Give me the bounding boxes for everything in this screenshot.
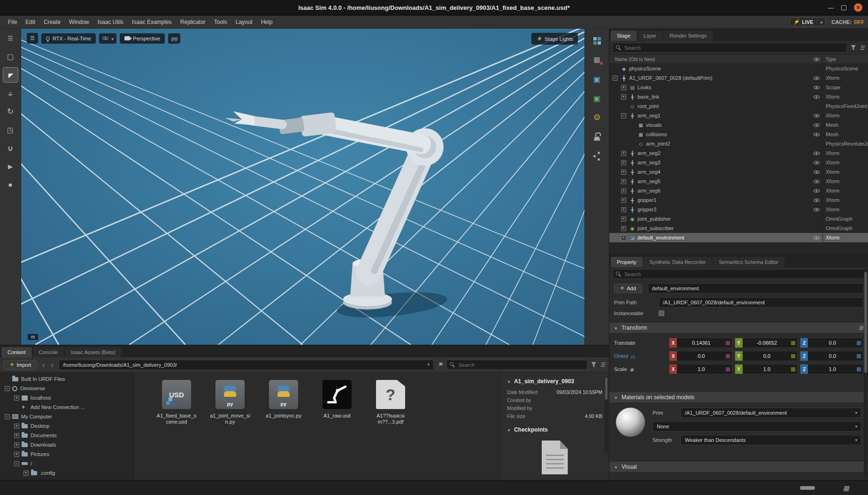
physics-settings-button[interactable] [591,111,603,124]
stage-lights-dropdown[interactable]: Stage Lights [531,33,578,45]
visibility-toggle[interactable] [810,66,822,71]
tab[interactable]: Stage [611,31,637,41]
file-item[interactable]: A1_raw.usd [317,380,357,419]
stage-tree-row[interactable]: collisions Mesh [609,130,868,139]
x-value-field[interactable]: X 1.0 [669,364,732,374]
expander-icon[interactable]: + [621,217,626,222]
render-mode-dropdown[interactable]: RTX - Real-Time [41,33,96,44]
file-item[interactable]: A1_fixed_base_scene.usd [156,380,197,425]
expander-icon[interactable]: - [14,461,19,466]
stage-tree-row[interactable]: + joint_subscriber OmniGraph [609,224,868,233]
menu-item[interactable]: Isaac Utils [93,17,128,27]
expander-icon[interactable]: + [621,160,626,165]
stop-button[interactable] [3,178,18,192]
tree-item[interactable]: - Omniverse [0,384,133,393]
stage-tree-row[interactable]: + arm_seg3 Xform [609,158,868,167]
tab[interactable]: Isaac Assets (Beta) [65,347,122,357]
menu-item[interactable]: Window [65,17,93,27]
stage-tree-row[interactable]: visuals Mesh [609,120,868,130]
slider-thumb[interactable] [800,486,815,490]
prim-path-field[interactable] [659,297,863,308]
stage-tree-row[interactable]: + joint_publisher OmniGraph [609,214,868,224]
name-column-header[interactable]: Name (Old to New) [615,57,810,62]
simulation-display-button[interactable] [591,92,603,104]
tree-item[interactable]: - My Computer [0,412,133,421]
visibility-toggle[interactable] [810,132,822,137]
content-search-input[interactable] [446,360,587,370]
stage-tree-row[interactable]: root_joint PhysicsFixedJoint [609,101,868,111]
material-select-dropdown[interactable]: None [653,421,861,432]
select-tool-button[interactable] [3,68,18,82]
tab[interactable]: Synthetic Data Recorder [644,257,712,267]
visibility-toggle[interactable] [810,198,822,203]
menu-item[interactable]: Edit [21,17,39,27]
tab[interactable]: Content [1,347,32,357]
stage-tree-row[interactable]: + default_environment Xform [609,233,868,242]
stage-search-input[interactable] [613,43,847,53]
property-scrollbar[interactable] [864,268,868,478]
viewport-3d[interactable]: ☰ RTX - Real-Time Perspective [21,29,584,345]
scale-tool-button[interactable] [3,123,18,137]
play-button[interactable] [3,159,18,174]
expander-icon[interactable]: + [14,395,19,401]
visibility-toggle[interactable] [810,188,822,193]
stage-tree-row[interactable]: + arm_seg6 Xform [609,186,868,195]
options-menu-icon[interactable] [860,45,865,51]
camera-dropdown[interactable]: Perspective [120,33,164,44]
minimize-icon[interactable]: — [828,5,834,11]
visual-section-header[interactable]: Visual [609,461,868,472]
tree-item[interactable]: + .config [0,468,133,478]
visibility-toggle[interactable] [810,235,822,240]
filter-icon[interactable] [591,362,596,368]
bookmark-icon[interactable] [438,361,443,368]
stage-tree-row[interactable]: + gripper2 Xform [609,205,868,214]
viewport-menu-button[interactable]: ☰ [27,33,38,44]
stage-tree-row[interactable]: + gripper1 Xform [609,195,868,205]
tab[interactable]: Semantics Schema Editor [713,257,784,267]
strength-dropdown[interactable]: Weaker than Descendants [681,435,861,445]
collider-display-button[interactable] [591,73,603,85]
stage-tree-row[interactable]: + arm_seg4 Xform [609,167,868,177]
add-property-button[interactable]: Add [614,284,642,293]
expander-icon[interactable]: + [621,235,626,240]
expander-icon[interactable]: + [621,179,626,184]
expander-icon[interactable]: + [621,85,626,90]
visibility-toggle[interactable] [810,160,822,165]
expander-icon[interactable]: + [621,170,626,175]
menu-item[interactable]: Help [257,17,277,27]
visibility-toggle[interactable] [810,151,822,156]
viewport-audio-button[interactable] [168,33,181,44]
transform-options-icon[interactable] [859,325,863,331]
stage-tree-row[interactable]: physicsScene PhysicsScene [609,64,868,73]
prim-name-field[interactable] [648,283,863,294]
visibility-toggle[interactable] [810,217,822,222]
z-value-field[interactable]: Z 1.0 [800,364,863,374]
menu-item[interactable]: Replicator [176,17,210,27]
x-value-field[interactable]: X 0.14361 [669,338,732,348]
transform-section-header[interactable]: Transform [609,322,868,333]
materials-section-header[interactable]: Materials on selected models [609,392,868,403]
options-menu-icon[interactable] [600,362,605,368]
expander-icon[interactable]: + [621,198,626,203]
menu-item[interactable]: Isaac Examples [128,17,176,27]
tab[interactable]: Layer [638,31,663,41]
tree-item[interactable]: + Desktop [0,421,133,431]
visibility-toggle[interactable] [810,76,822,81]
y-value-field[interactable]: Y 1.0 [735,364,798,374]
expander-icon[interactable]: + [14,433,19,438]
y-value-field[interactable]: Y -0.06652 [735,338,798,348]
menu-item[interactable]: Create [39,17,65,27]
y-value-field[interactable]: Y 0.0 [735,351,798,361]
main-menu-button[interactable] [3,31,18,46]
close-icon[interactable]: × [854,3,862,12]
select-rect-tool-button[interactable] [3,49,18,64]
import-button[interactable]: Import [4,360,37,370]
type-column-header[interactable]: Type [822,55,868,63]
icon-size-slider[interactable] [767,486,837,490]
path-breadcrumb[interactable] [59,360,434,370]
expander-icon[interactable]: + [621,226,626,231]
viewport-layout-button[interactable] [591,34,603,46]
file-item[interactable]: a1_joint_move_sin.py [210,380,250,425]
files-grid[interactable]: A1_fixed_base_scene.usd a1_ [134,372,500,480]
grid-view-icon[interactable] [843,484,849,492]
